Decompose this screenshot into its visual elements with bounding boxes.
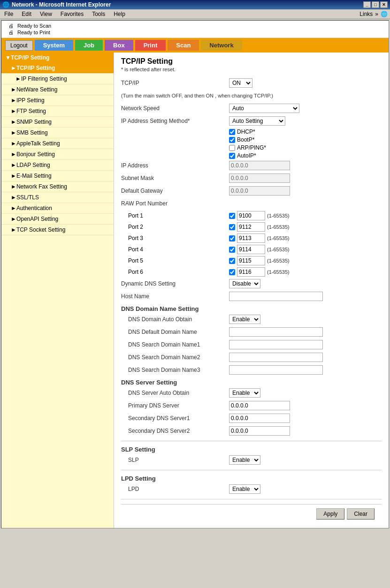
tab-print[interactable]: Print (135, 40, 166, 51)
sidebar-item-ldap[interactable]: ►LDAP Setting (1, 160, 114, 171)
dns-auto-obtain-row: DNS Domain Auto Obtain Enable Disable (121, 314, 382, 324)
dns-domain-section-header: DNS Domain Name Setting (121, 305, 382, 312)
links-arrow: » (375, 11, 378, 17)
dns-search2-label: DNS Search Domain Name2 (121, 354, 229, 361)
dns-server-auto-select[interactable]: Enable Disable (229, 388, 260, 398)
dns-default-domain-label: DNS Default Domain Name (121, 329, 229, 335)
host-name-input[interactable] (229, 292, 323, 301)
sidebar-item-snmp[interactable]: ►SNMP Setting (1, 117, 114, 128)
tcpip-select[interactable]: ON OFF (229, 78, 252, 88)
autoip-row: AutoIP* (121, 152, 382, 159)
port6-value: (1-65535) (229, 267, 290, 277)
sidebar-item-email[interactable]: ►E-Mail Setting (1, 171, 114, 181)
sidebar-item-openapi[interactable]: ►OpenAPI Setting (1, 214, 114, 225)
port6-input[interactable] (237, 267, 265, 277)
port4-checkbox[interactable] (229, 247, 235, 253)
sidebar-item-bonjour[interactable]: ►Bonjour Setting (1, 149, 114, 160)
dhcp-checkbox[interactable] (229, 129, 235, 135)
dns-search3-input[interactable] (229, 365, 323, 375)
browser-content: 🖨 Ready to Scan 🖨 Ready to Print Logout … (1, 20, 389, 528)
minimize-button[interactable]: _ (363, 1, 371, 8)
sidebar-item-netware[interactable]: ►NetWare Setting (1, 84, 114, 95)
ie-icon: 🌐 (381, 11, 388, 17)
tab-network[interactable]: Network (201, 40, 242, 51)
port5-row: Port 5 (1-65535) (121, 256, 382, 265)
sidebar-item-ipp[interactable]: ►IPP Setting (1, 95, 114, 106)
sidebar-item-appletalk[interactable]: ►AppleTalk Setting (1, 138, 114, 149)
network-speed-select[interactable]: Auto 10M Half 10M Full 100M Half 100M Fu… (229, 104, 299, 113)
sidebar-item-ftp[interactable]: ►FTP Setting (1, 106, 114, 117)
reset-note: * is reflected after reset. (121, 67, 382, 72)
dns-auto-obtain-select[interactable]: Enable Disable (229, 315, 260, 324)
dynamic-dns-select[interactable]: Disable Enable (229, 279, 260, 288)
slp-select[interactable]: Enable Disable (229, 455, 260, 465)
menu-favorites[interactable]: Favorites (59, 10, 85, 18)
tcpip-note-row: (Turn the main switch OFF, and then ON ,… (121, 90, 382, 101)
bootp-checkbox[interactable] (229, 137, 235, 143)
port1-label: Port 1 (121, 212, 229, 219)
ip-method-row: IP Address Setting Method* Auto Setting … (121, 116, 382, 126)
tab-box[interactable]: Box (105, 40, 133, 51)
status-bar: 🖨 Ready to Scan 🖨 Ready to Print (1, 21, 389, 38)
secondary-dns1-input[interactable] (229, 414, 290, 423)
clear-button[interactable]: Clear (347, 508, 375, 520)
menu-tools[interactable]: Tools (90, 10, 107, 18)
port1-value: (1-65535) (229, 211, 290, 220)
bottom-bar: Apply Clear (121, 504, 382, 523)
main-layout: ▼TCP/IP Setting ►TCP/IP Setting ►IP Filt… (1, 53, 389, 528)
tcpip-label: TCP/IP (121, 80, 229, 86)
default-gateway-input[interactable] (229, 186, 290, 196)
maximize-button[interactable]: □ (372, 1, 379, 8)
port1-checkbox[interactable] (229, 213, 235, 219)
lpd-select[interactable]: Enable Disable (229, 484, 260, 494)
tab-scan[interactable]: Scan (168, 40, 199, 51)
close-button[interactable]: ✕ (380, 1, 388, 8)
ip-method-select[interactable]: Auto Setting Manual Setting (229, 116, 285, 126)
menu-edit[interactable]: Edit (20, 10, 33, 18)
lpd-label: LPD (121, 486, 229, 492)
dns-search1-label: DNS Search Domain Name1 (121, 341, 229, 348)
sidebar-item-ip-filtering[interactable]: ►IP Filtering Setting (1, 74, 114, 84)
port3-checkbox[interactable] (229, 235, 235, 241)
menu-file[interactable]: File (2, 10, 15, 18)
divider3 (121, 499, 382, 499)
ip-address-input[interactable] (229, 161, 290, 170)
port2-input[interactable] (237, 222, 265, 232)
autoip-checkbox[interactable] (229, 153, 235, 159)
port4-input[interactable] (237, 245, 265, 254)
sidebar-item-tcpip-setting[interactable]: ►TCP/IP Setting (1, 63, 114, 74)
port1-row: Port 1 (1-65535) (121, 211, 382, 220)
sidebar-item-tcp-socket[interactable]: ►TCP Socket Setting (1, 225, 114, 235)
arp-ping-checkbox[interactable] (229, 145, 235, 151)
port2-checkbox[interactable] (229, 224, 235, 230)
dns-search2-input[interactable] (229, 353, 323, 362)
dns-default-domain-input[interactable] (229, 327, 323, 337)
menu-view[interactable]: View (38, 10, 54, 18)
tab-system[interactable]: System (35, 40, 73, 51)
tcpip-row: TCP/IP ON OFF (121, 78, 382, 88)
port5-checkbox[interactable] (229, 258, 235, 264)
logout-button[interactable]: Logout (5, 40, 33, 51)
sidebar-group-tcpip[interactable]: ▼TCP/IP Setting (1, 53, 114, 63)
secondary-dns2-input[interactable] (229, 426, 290, 436)
menu-help[interactable]: Help (112, 10, 127, 18)
port6-checkbox[interactable] (229, 269, 235, 275)
sidebar-item-authentication[interactable]: ►Authentication (1, 203, 114, 214)
subnet-mask-input[interactable] (229, 173, 290, 183)
arp-ping-row: ARP/PING* (121, 144, 382, 151)
port3-input[interactable] (237, 234, 265, 243)
port5-input[interactable] (237, 256, 265, 265)
sidebar-item-ssl[interactable]: ►SSL/TLS (1, 192, 114, 203)
port1-input[interactable] (237, 211, 265, 220)
sidebar-item-network-fax[interactable]: ►Network Fax Setting (1, 181, 114, 192)
apply-button[interactable]: Apply (316, 508, 344, 520)
sidebar-item-smb[interactable]: ►SMB Setting (1, 128, 114, 138)
titlebar-icon: 🌐 (2, 1, 9, 8)
dns-server-auto-label: DNS Server Auto Obtain (121, 390, 229, 396)
tab-job[interactable]: Job (75, 40, 103, 51)
primary-dns-input[interactable] (229, 401, 290, 410)
window-controls[interactable]: _ □ ✕ (363, 1, 388, 8)
port1-range: (1-65535) (267, 213, 290, 219)
dns-search1-input[interactable] (229, 340, 323, 349)
host-name-label: Host Name (121, 293, 229, 300)
